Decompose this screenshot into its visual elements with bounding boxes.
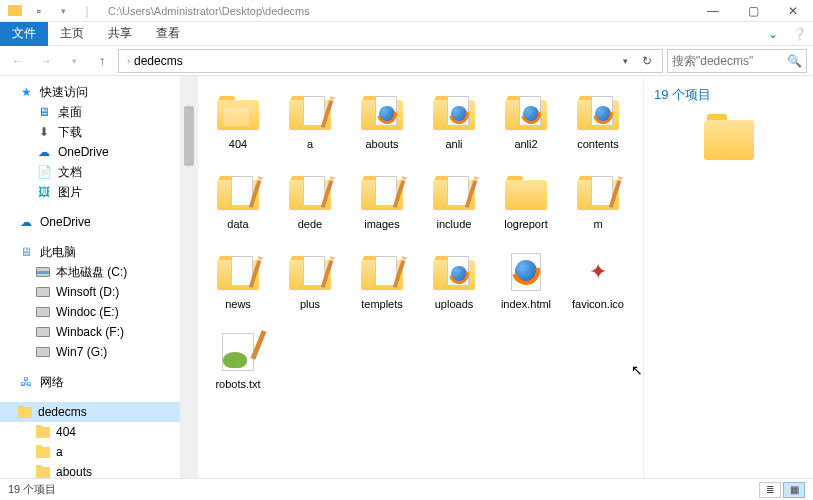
folder-item[interactable]: a (276, 86, 344, 166)
drive-icon (36, 287, 50, 297)
sidebar-drive-item[interactable]: Win7 (G:) (0, 342, 180, 362)
sidebar-this-pc[interactable]: 🖥此电脑 (0, 242, 180, 262)
folder-item[interactable]: plus (276, 246, 344, 326)
sidebar-quick-access[interactable]: ★快速访问 (0, 82, 180, 102)
folder-item[interactable]: abouts (348, 86, 416, 166)
sidebar-tree-item[interactable]: a (0, 442, 180, 462)
navigation-pane[interactable]: ★快速访问 🖥桌面⬇下载☁OneDrive📄文档🖼图片 ☁OneDrive 🖥此… (0, 76, 180, 478)
folder-item[interactable]: anli2 (492, 86, 560, 166)
folder-item[interactable]: images (348, 166, 416, 246)
drive-icon (36, 307, 50, 317)
breadcrumb-current[interactable]: dedecms (134, 54, 183, 68)
folder-item[interactable]: data (204, 166, 272, 246)
sidebar-quick-item[interactable]: 🖥桌面 (0, 102, 180, 122)
sidebar-tree-root[interactable]: dedecms (0, 402, 180, 422)
ribbon-tabs: 文件 主页 共享 查看 ⌄ ❔ (0, 22, 813, 46)
sidebar-drive-item[interactable]: Winsoft (D:) (0, 282, 180, 302)
pc-icon: 🖥 (18, 244, 34, 260)
sidebar-item-label: Winsoft (D:) (56, 285, 119, 299)
cloud-icon: ☁ (36, 144, 52, 160)
folder-item[interactable]: m (564, 166, 632, 246)
folder-preview-icon (704, 120, 754, 160)
sidebar-item-label: 此电脑 (40, 244, 76, 261)
item-label: templets (361, 298, 403, 310)
folder-item[interactable]: uploads (420, 246, 488, 326)
up-button[interactable]: ↑ (90, 49, 114, 73)
folder-item[interactable]: logreport (492, 166, 560, 246)
tab-share[interactable]: 共享 (96, 22, 144, 46)
sidebar-item-label: 本地磁盘 (C:) (56, 264, 127, 281)
ribbon-expand-icon[interactable]: ⌄ (760, 27, 786, 41)
sidebar-item-label: abouts (56, 465, 92, 478)
search-box[interactable]: 🔍 (667, 49, 807, 73)
minimize-button[interactable]: — (693, 0, 733, 22)
sidebar-item-label: 图片 (58, 184, 82, 201)
sidebar-item-label: 下载 (58, 124, 82, 141)
view-icons-button[interactable]: ▦ (783, 482, 805, 498)
folder-item[interactable]: contents (564, 86, 632, 166)
status-text: 19 个项目 (8, 482, 56, 497)
sidebar-drive-item[interactable]: Windoc (E:) (0, 302, 180, 322)
tab-view[interactable]: 查看 (144, 22, 192, 46)
sidebar-drive-item[interactable]: 本地磁盘 (C:) (0, 262, 180, 282)
window-title-path: C:\Users\Administrator\Desktop\dedecms (102, 5, 693, 17)
folder-item[interactable]: news (204, 246, 272, 326)
tab-file[interactable]: 文件 (0, 22, 48, 46)
sidebar-tree-item[interactable]: abouts (0, 462, 180, 478)
close-button[interactable]: ✕ (773, 0, 813, 22)
folder-item[interactable]: include (420, 166, 488, 246)
address-bar[interactable]: › dedecms ▾ ↻ (118, 49, 663, 73)
item-label: a (307, 138, 313, 150)
window-controls: — ▢ ✕ (693, 0, 813, 22)
folder-item[interactable]: anli (420, 86, 488, 166)
qat-dropdown-icon[interactable]: ▾ (52, 2, 74, 20)
chevron-right-icon[interactable]: › (127, 56, 130, 66)
sidebar-network[interactable]: 🖧网络 (0, 372, 180, 392)
item-label: m (593, 218, 602, 230)
drive-icon (36, 347, 50, 357)
file-item[interactable]: index.html (492, 246, 560, 326)
folder-item[interactable]: dede (276, 166, 344, 246)
item-label: favicon.ico (572, 298, 624, 310)
recent-dropdown-icon[interactable]: ▾ (62, 49, 86, 73)
view-details-button[interactable]: ≣ (759, 482, 781, 498)
help-icon[interactable]: ❔ (786, 27, 813, 41)
address-dropdown-icon[interactable]: ▾ (614, 50, 636, 72)
sidebar-scrollbar[interactable] (180, 76, 198, 478)
sidebar-tree-item[interactable]: 404 (0, 422, 180, 442)
status-bar: 19 个项目 ≣ ▦ (0, 478, 813, 500)
file-item[interactable]: robots.txt (204, 326, 272, 406)
properties-icon[interactable]: ▫ (28, 2, 50, 20)
sidebar-quick-item[interactable]: 🖼图片 (0, 182, 180, 202)
sidebar-quick-item[interactable]: 📄文档 (0, 162, 180, 182)
item-label: news (225, 298, 251, 310)
content-pane[interactable]: 404aaboutsanlianli2contentsdatadedeimage… (198, 76, 813, 478)
folder-item[interactable]: 404 (204, 86, 272, 166)
search-icon[interactable]: 🔍 (787, 54, 802, 68)
item-label: data (227, 218, 248, 230)
sidebar-item-label: 快速访问 (40, 84, 88, 101)
file-item[interactable]: ✦favicon.ico (564, 246, 632, 326)
item-label: logreport (504, 218, 547, 230)
sidebar-quick-item[interactable]: ☁OneDrive (0, 142, 180, 162)
scrollbar-thumb[interactable] (184, 106, 194, 166)
sidebar-item-label: 桌面 (58, 104, 82, 121)
sidebar-quick-item[interactable]: ⬇下载 (0, 122, 180, 142)
item-label: dede (298, 218, 322, 230)
items-grid: 404aaboutsanlianli2contentsdatadedeimage… (198, 76, 643, 478)
folder-icon (36, 467, 50, 478)
sidebar-drive-item[interactable]: Winback (F:) (0, 322, 180, 342)
item-label: robots.txt (215, 378, 260, 390)
back-button[interactable]: ← (6, 49, 30, 73)
item-label: index.html (501, 298, 551, 310)
refresh-button[interactable]: ↻ (636, 50, 658, 72)
folder-item[interactable]: templets (348, 246, 416, 326)
sidebar-onedrive[interactable]: ☁OneDrive (0, 212, 180, 232)
folder-icon[interactable] (4, 2, 26, 20)
search-input[interactable] (672, 54, 787, 68)
maximize-button[interactable]: ▢ (733, 0, 773, 22)
tab-home[interactable]: 主页 (48, 22, 96, 46)
drive-icon (36, 327, 50, 337)
item-label: include (437, 218, 472, 230)
forward-button[interactable]: → (34, 49, 58, 73)
